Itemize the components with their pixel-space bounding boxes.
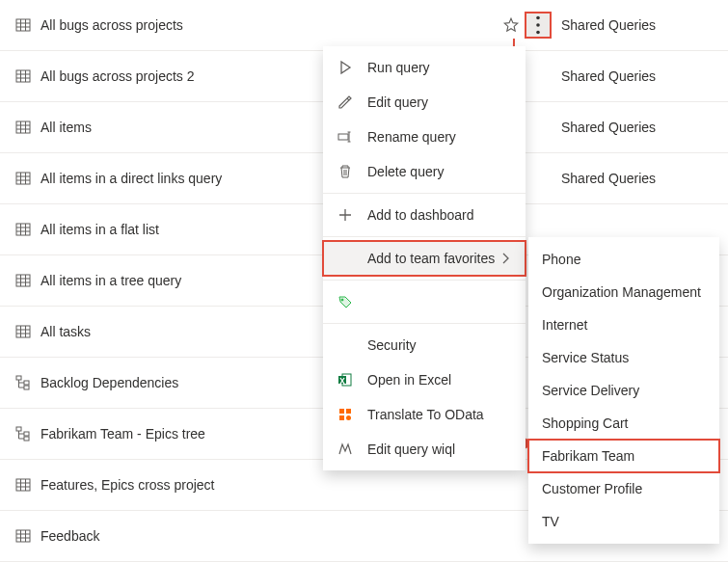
query-name: All items in a tree query <box>40 273 181 288</box>
svg-rect-28 <box>16 275 30 286</box>
svg-point-61 <box>346 415 351 420</box>
submenu-item[interactable]: Service Delivery <box>528 374 719 407</box>
grid-icon <box>15 324 31 339</box>
submenu-label: Customer Profile <box>542 481 642 496</box>
more-actions-button[interactable] <box>526 13 550 37</box>
menu-separator <box>323 323 526 324</box>
svg-rect-58 <box>339 409 344 414</box>
query-name: Backlog Dependencies <box>40 375 178 390</box>
query-name: All items in a direct links query <box>40 171 222 186</box>
submenu-label: Fabrikam Team <box>542 448 634 464</box>
query-name: All items <box>40 120 92 135</box>
menu-label: Rename query <box>367 129 514 145</box>
wiql-icon <box>337 441 354 458</box>
submenu-label: TV <box>542 514 559 529</box>
trash-icon <box>337 163 354 180</box>
chevron-right-icon <box>500 253 514 264</box>
submenu-label: Service Delivery <box>542 383 639 398</box>
submenu-label: Phone <box>542 252 580 267</box>
menu-rename-query[interactable]: Rename query <box>323 120 526 154</box>
svg-rect-13 <box>16 121 30 133</box>
query-folder: Shared Queries <box>559 120 728 135</box>
query-name: All tasks <box>40 324 91 339</box>
svg-rect-0 <box>16 19 30 31</box>
submenu-item[interactable]: Shopping Cart <box>528 407 719 440</box>
query-name: All items in a flat list <box>40 222 159 237</box>
odata-icon <box>337 406 354 423</box>
menu-label: Run query <box>367 60 514 75</box>
query-folder: Shared Queries <box>559 17 728 33</box>
menu-run-query[interactable]: Run query <box>323 50 526 85</box>
query-name: Feedback <box>40 528 99 544</box>
svg-point-55 <box>341 299 343 301</box>
submenu-label: Shopping Cart <box>542 415 629 431</box>
menu-label: Delete query <box>367 164 514 179</box>
grid-icon <box>15 273 31 288</box>
query-folder: Shared Queries <box>559 171 728 186</box>
submenu-item[interactable]: Customer Profile <box>528 472 719 505</box>
svg-rect-40 <box>24 386 29 389</box>
menu-open-in-excel[interactable]: Open in Excel <box>323 362 526 397</box>
menu-edit-query[interactable]: Edit query <box>323 85 526 120</box>
pencil-icon <box>337 94 354 111</box>
query-name: All bugs across projects <box>40 17 183 33</box>
menu-edit-query-wiql[interactable]: Edit query wiql <box>323 432 526 467</box>
menu-label: Edit query <box>367 94 514 110</box>
query-name: Features, Epics cross project <box>40 477 215 493</box>
submenu-item[interactable]: Phone <box>528 243 719 276</box>
query-name: Fabrikam Team - Epics tree <box>40 426 205 442</box>
svg-rect-18 <box>16 173 30 184</box>
grid-icon <box>15 222 31 237</box>
play-icon <box>337 59 354 76</box>
grid-icon <box>15 120 31 135</box>
menu-delete-query[interactable]: Delete query <box>323 154 526 189</box>
grid-icon <box>15 528 31 544</box>
context-menu: Run query Edit query Rename query Delete… <box>323 46 526 470</box>
svg-rect-60 <box>339 415 344 420</box>
menu-label: Add to team favorites <box>367 251 500 266</box>
favorite-button[interactable] <box>499 13 523 37</box>
menu-separator <box>323 280 526 281</box>
menu-label: Add to dashboard <box>367 207 514 223</box>
rename-icon <box>337 128 354 146</box>
grid-icon <box>15 171 31 186</box>
submenu-item-fabrikam-team[interactable]: Fabrikam Team <box>528 440 719 472</box>
svg-rect-23 <box>16 224 30 235</box>
svg-point-5 <box>536 16 540 20</box>
tag-icon <box>337 293 354 310</box>
svg-rect-38 <box>16 376 21 380</box>
submenu-item[interactable]: TV <box>528 505 719 538</box>
svg-rect-8 <box>16 70 30 82</box>
submenu-label: Organization Management <box>542 284 701 300</box>
team-favorites-submenu: Phone Organization Management Internet S… <box>528 237 719 544</box>
menu-add-to-team-favorites[interactable]: Add to team favorites <box>323 241 526 276</box>
svg-rect-54 <box>338 134 348 140</box>
svg-point-6 <box>536 23 540 27</box>
submenu-item[interactable]: Service Status <box>528 341 719 374</box>
menu-translate-odata[interactable]: Translate To OData <box>323 397 526 432</box>
svg-point-7 <box>536 31 540 35</box>
menu-separator <box>323 193 526 194</box>
submenu-label: Internet <box>542 317 587 333</box>
submenu-label: Service Status <box>542 350 629 365</box>
submenu-item[interactable]: Organization Management <box>528 276 719 308</box>
menu-add-to-dashboard[interactable]: Add to dashboard <box>323 198 526 232</box>
query-folder: Shared Queries <box>559 68 728 84</box>
tree-icon <box>15 375 31 390</box>
svg-rect-41 <box>16 427 21 431</box>
svg-rect-44 <box>16 479 30 491</box>
query-name: All bugs across projects 2 <box>40 68 195 84</box>
svg-rect-42 <box>24 432 29 436</box>
submenu-item[interactable]: Internet <box>528 308 719 341</box>
menu-label: Open in Excel <box>367 372 514 388</box>
menu-tags[interactable] <box>323 284 526 319</box>
svg-rect-33 <box>16 326 30 337</box>
query-row[interactable]: All bugs across projects Shared Queries <box>0 0 728 51</box>
grid-icon <box>15 17 31 33</box>
menu-separator <box>323 236 526 237</box>
menu-security[interactable]: Security <box>323 328 526 362</box>
svg-rect-43 <box>24 437 29 441</box>
plus-icon <box>337 206 354 224</box>
excel-icon <box>337 371 354 388</box>
grid-icon <box>15 477 31 493</box>
